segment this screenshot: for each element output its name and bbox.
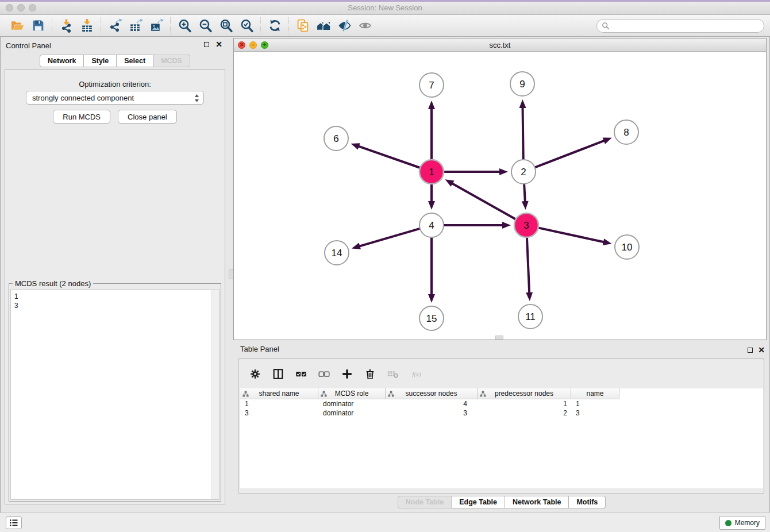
column-header-successor-nodes[interactable]: successor nodes	[386, 388, 478, 399]
import-table-icon	[80, 18, 94, 33]
edge-1-6[interactable]	[358, 146, 419, 168]
table-settings-gear-button[interactable]	[247, 365, 264, 383]
table-cell[interactable]: 1	[240, 399, 318, 408]
column-header-predecessor-nodes[interactable]: predecessor nodes	[478, 388, 571, 399]
mcds-result-text[interactable]: 13	[10, 290, 220, 500]
edge-arrowhead	[603, 138, 612, 144]
table-panel-close-button[interactable]: ✕	[757, 346, 765, 354]
toolbar-group	[101, 17, 171, 34]
table-cell[interactable]: 1	[571, 399, 619, 408]
svg-text:f(x): f(x)	[412, 371, 421, 378]
tab-network-table[interactable]: Network Table	[505, 496, 569, 508]
search-input[interactable]	[610, 20, 764, 32]
graph-node-label: 9	[519, 79, 525, 90]
control-panel-tabs: NetworkStyleSelectMCDS	[0, 55, 230, 67]
tab-style[interactable]: Style	[84, 55, 117, 67]
tab-motifs[interactable]: Motifs	[569, 496, 606, 508]
column-header-MCDS-role[interactable]: MCDS role	[318, 388, 386, 399]
network-view-window: ✕ − + scc.txt 7968124314101511	[233, 38, 767, 340]
graph-node-label: 4	[429, 220, 434, 231]
edge-2-3[interactable]	[524, 184, 525, 202]
delete-table-button	[384, 365, 402, 383]
delete-column-button[interactable]	[361, 365, 379, 383]
first-neighbors-button[interactable]	[313, 17, 334, 34]
criterion-dropdown[interactable]: strongly connected component	[26, 91, 204, 105]
save-session-button[interactable]	[28, 17, 48, 34]
tab-mcds[interactable]: MCDS	[153, 55, 190, 67]
export-image-button[interactable]	[146, 17, 167, 34]
hide-selected-button[interactable]	[334, 17, 355, 34]
edge-4-14[interactable]	[359, 229, 419, 246]
table-row[interactable]: 3dominator323	[240, 408, 763, 418]
edge-2-9[interactable]	[523, 107, 523, 159]
tab-edge-table[interactable]: Edge Table	[452, 496, 505, 508]
table-cell[interactable]: 2	[478, 408, 571, 418]
export-network-button[interactable]	[105, 17, 125, 34]
select-all-checkboxes-button[interactable]	[292, 365, 310, 383]
toolbar-group	[289, 17, 379, 34]
control-panel-close-button[interactable]: ✕	[215, 40, 223, 48]
table-cell[interactable]: 3	[571, 408, 619, 418]
table-panel-title: Table Panel	[240, 345, 279, 353]
refresh-network-button[interactable]	[264, 17, 285, 34]
table-row[interactable]: 1dominator411	[240, 399, 763, 408]
edge-3-11[interactable]	[527, 238, 529, 294]
table-cell[interactable]: 4	[386, 399, 478, 408]
result-scrollbar[interactable]	[211, 290, 219, 499]
graph-node-label: 8	[623, 127, 629, 138]
edge-3-1[interactable]	[452, 183, 515, 219]
column-type-icon	[388, 391, 394, 397]
import-table-button[interactable]	[76, 17, 97, 34]
deselect-all-checkboxes-button[interactable]	[315, 365, 333, 383]
import-network-icon	[59, 18, 74, 33]
mcds-panel: Optimization criterion: strongly connect…	[5, 70, 225, 504]
table-cell[interactable]: dominator	[318, 408, 386, 418]
control-panel: Control Panel ✕ NetworkStyleSelectMCDS O…	[0, 37, 230, 507]
tab-network[interactable]: Network	[40, 55, 84, 67]
horizontal-split-handle[interactable]	[495, 336, 503, 340]
titlebar-accent-stripe	[0, 0, 770, 2]
export-network-icon	[108, 18, 122, 33]
export-table-button[interactable]	[125, 17, 146, 34]
graph-node-label: 10	[622, 242, 633, 253]
table-panel-tabs: Node TableEdge TableNetwork TableMotifs	[233, 496, 770, 508]
edge-3-10[interactable]	[538, 228, 604, 242]
table-panel-float-button[interactable]	[746, 346, 754, 354]
add-column-button[interactable]	[338, 365, 356, 383]
table-cell[interactable]: 3	[240, 408, 318, 418]
network-window-titlebar[interactable]: ✕ − + scc.txt	[234, 38, 766, 52]
app-titlebar: Session: New Session	[0, 0, 770, 15]
table-cell[interactable]: 1	[478, 399, 571, 408]
edge-arrowhead	[428, 101, 435, 109]
tab-select[interactable]: Select	[117, 55, 153, 67]
edge-arrowhead	[502, 222, 511, 229]
import-network-button[interactable]	[56, 17, 76, 34]
graph-node-label: 7	[429, 80, 434, 91]
zoom-in-icon	[178, 18, 192, 33]
deselect-all-checkboxes-icon	[318, 368, 330, 380]
tab-node-table[interactable]: Node Table	[398, 496, 452, 508]
task-history-button[interactable]	[6, 516, 22, 529]
edge-2-8[interactable]	[536, 140, 605, 167]
control-panel-float-button[interactable]	[202, 40, 210, 48]
edge-arrowhead	[351, 143, 360, 149]
duplicate-network-button[interactable]	[292, 17, 313, 34]
show-graphics-button[interactable]	[355, 17, 375, 34]
save-session-icon	[31, 18, 45, 33]
zoom-fit-button[interactable]	[215, 17, 236, 34]
table-cell[interactable]: 3	[386, 408, 478, 418]
run-mcds-button[interactable]: Run MCDS	[53, 110, 110, 124]
delete-table-icon	[387, 368, 399, 380]
table-cell[interactable]: dominator	[318, 399, 386, 408]
zoom-out-button[interactable]	[195, 17, 215, 34]
search-box[interactable]	[596, 19, 764, 33]
network-canvas[interactable]: 7968124314101511	[234, 52, 766, 340]
column-header-shared-name[interactable]: shared name	[240, 388, 318, 399]
open-session-button[interactable]	[7, 17, 28, 34]
panel-columns-button[interactable]	[270, 365, 287, 383]
column-header-name[interactable]: name	[571, 388, 619, 399]
zoom-in-button[interactable]	[174, 17, 195, 34]
close-panel-button[interactable]: Close panel	[118, 110, 177, 124]
zoom-selected-button[interactable]	[236, 17, 257, 34]
memory-button[interactable]: Memory	[719, 516, 765, 530]
